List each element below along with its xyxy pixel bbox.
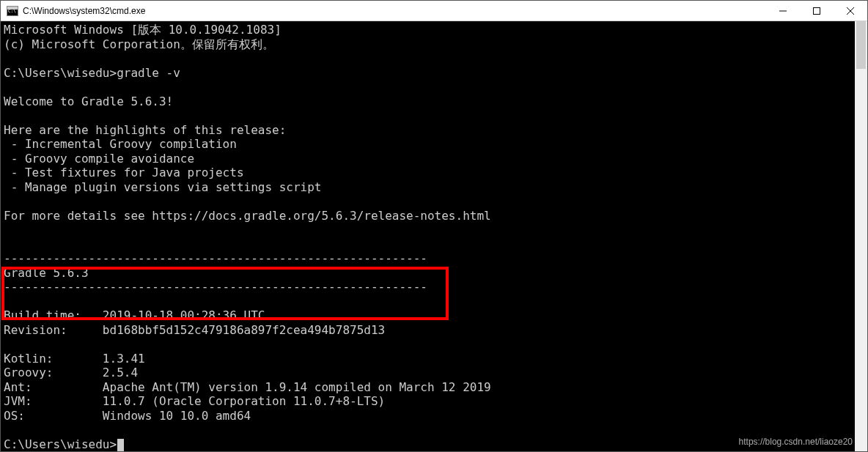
- output-line: - Incremental Groovy compilation: [4, 137, 237, 151]
- console-area: Microsoft Windows [版本 10.0.19042.1083] (…: [1, 21, 867, 451]
- output-line: Revision: bd168bbf5d152c479186a897f2cea4…: [4, 323, 385, 337]
- watermark: https://blog.csdn.net/liaoze20: [739, 437, 853, 447]
- output-line: JVM: 11.0.7 (Oracle Corporation 11.0.7+8…: [4, 394, 385, 408]
- scrollbar[interactable]: [855, 21, 867, 451]
- prompt-line: C:\Users\wisedu>: [4, 437, 117, 451]
- version-line: Gradle 5.6.3: [4, 266, 89, 280]
- output-line: For more details see https://docs.gradle…: [4, 209, 491, 223]
- output-line: Microsoft Windows [版本 10.0.19042.1083]: [4, 23, 282, 37]
- close-icon: [847, 7, 854, 15]
- output-line: ----------------------------------------…: [4, 280, 427, 294]
- prompt-line: C:\Users\wisedu>gradle -v: [4, 66, 180, 80]
- output-line: Welcome to Gradle 5.6.3!: [4, 95, 173, 108]
- titlebar[interactable]: C:\ C:\Windows\system32\cmd.exe: [1, 1, 867, 21]
- minimize-button[interactable]: [766, 1, 800, 21]
- close-button[interactable]: [834, 1, 867, 21]
- output-line: (c) Microsoft Corporation。保留所有权利。: [4, 37, 274, 51]
- output-line: - Manage plugin versions via settings sc…: [4, 180, 321, 194]
- cmd-window: C:\ C:\Windows\system32\cmd.exe Microsof…: [0, 0, 868, 452]
- output-line: Kotlin: 1.3.41: [4, 352, 145, 366]
- svg-rect-1: [814, 7, 820, 14]
- cursor: [117, 439, 124, 451]
- output-line: - Test fixtures for Java projects: [4, 166, 244, 179]
- cmd-icon: C:\: [7, 6, 18, 16]
- output-line: Ant: Apache Ant(TM) version 1.9.14 compi…: [4, 380, 491, 394]
- scrollbar-thumb[interactable]: [856, 21, 866, 69]
- output-line: Groovy: 2.5.4: [4, 366, 138, 379]
- output-line: Here are the highlights of this release:: [4, 123, 286, 137]
- console-output[interactable]: Microsoft Windows [版本 10.0.19042.1083] (…: [1, 21, 855, 451]
- output-line: - Groovy compile avoidance: [4, 152, 194, 166]
- minimize-icon: [779, 7, 787, 15]
- window-title: C:\Windows\system32\cmd.exe: [23, 6, 766, 16]
- window-controls: [766, 1, 867, 21]
- output-line: OS: Windows 10 10.0 amd64: [4, 409, 251, 423]
- output-line: Build time: 2019-10-18 00:28:36 UTC: [4, 308, 265, 322]
- output-line: ----------------------------------------…: [4, 251, 427, 265]
- maximize-icon: [813, 7, 820, 15]
- maximize-button[interactable]: [800, 1, 834, 21]
